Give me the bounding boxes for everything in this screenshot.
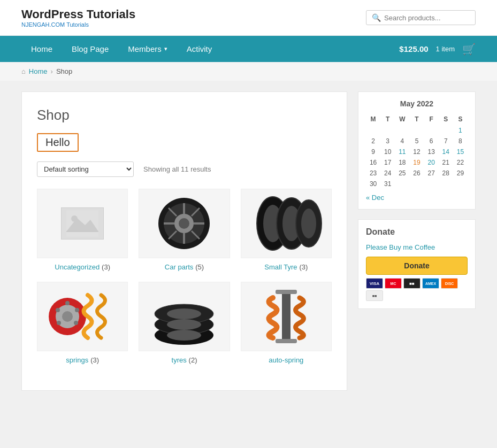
breadcrumb-home-link[interactable]: Home <box>29 67 48 75</box>
product-image-carparts <box>139 189 230 258</box>
site-branding: WordPress Tutorials NJENGAH.COM Tutorial… <box>21 7 135 28</box>
cal-header-s1: S <box>439 113 453 125</box>
svg-rect-36 <box>282 290 290 343</box>
product-link-smalltyre[interactable]: Small Tyre <box>264 263 297 271</box>
product-link-autospring[interactable]: auto-spring <box>269 356 303 364</box>
product-image-springs <box>37 282 128 351</box>
main-content: Shop Hello Default sorting Sort by popul… <box>21 91 347 391</box>
product-card-uncategorized[interactable]: Uncategorized (3) <box>37 189 128 271</box>
svg-point-27 <box>74 321 78 325</box>
product-image-smalltyre <box>241 189 332 258</box>
product-card-carparts[interactable]: Car parts (5) <box>139 189 230 271</box>
amex-icon: AMEX <box>422 278 439 289</box>
svg-rect-37 <box>276 290 297 294</box>
cal-day <box>439 125 453 136</box>
cal-day: 5 <box>409 136 424 146</box>
breadcrumb-separator: › <box>51 67 53 75</box>
search-input[interactable] <box>384 14 470 22</box>
sidebar: May 2022 M T W T F S S <box>358 91 476 391</box>
cal-day <box>395 125 409 136</box>
product-link-tyres[interactable]: tyres <box>172 356 187 364</box>
cal-day: 26 <box>409 168 424 179</box>
cal-day-15[interactable]: 15 <box>453 146 468 157</box>
nav-item-blog[interactable]: Blog Page <box>62 36 118 62</box>
svg-point-35 <box>167 330 201 341</box>
nav-item-activity[interactable]: Activity <box>177 36 222 62</box>
cart-area: $125.00 1 item 🛒 <box>399 43 476 56</box>
product-card-smalltyre[interactable]: Small Tyre (3) <box>241 189 332 271</box>
cal-day-19: 19 <box>409 157 424 168</box>
hello-box: Hello <box>37 133 79 152</box>
product-image-uncategorized <box>37 189 128 258</box>
cal-day: 25 <box>395 168 409 179</box>
cal-day-20[interactable]: 20 <box>424 157 439 168</box>
donate-button[interactable]: Donate <box>366 257 468 275</box>
cal-day: 13 <box>424 146 439 157</box>
cal-day: 8 <box>453 136 468 146</box>
cal-day-1[interactable]: 1 <box>453 125 468 136</box>
product-count-uncategorized: (3) <box>102 263 110 271</box>
cal-day-11[interactable]: 11 <box>395 146 409 157</box>
calendar-prev-link[interactable]: « Dec <box>366 194 384 202</box>
donate-subtitle: Please Buy me Coffee <box>366 243 468 251</box>
cal-day: 4 <box>395 136 409 146</box>
product-label-tyres: tyres (2) <box>139 356 230 364</box>
cart-icon[interactable]: 🛒 <box>462 43 476 56</box>
cal-row-2: 2 3 4 5 6 7 8 <box>366 136 468 146</box>
nav-items: Home Blog Page Members ▾ Activity <box>21 36 221 62</box>
product-grid: Uncategorized (3) <box>37 189 332 364</box>
cal-day: 28 <box>439 168 453 179</box>
calendar-widget: May 2022 M T W T F S S <box>358 91 476 210</box>
cart-count: 1 item <box>436 45 455 53</box>
nav-item-home[interactable]: Home <box>21 36 62 62</box>
cal-day <box>409 179 424 189</box>
cal-day: 21 <box>439 157 453 168</box>
product-label-uncategorized: Uncategorized (3) <box>37 262 128 271</box>
cal-row-1: 1 <box>366 125 468 136</box>
product-label-carparts: Car parts (5) <box>139 262 230 271</box>
product-label-autospring: auto-spring <box>241 356 332 364</box>
cal-day <box>453 179 468 189</box>
cal-day-14[interactable]: 14 <box>439 146 453 157</box>
svg-point-33 <box>167 308 201 319</box>
product-count-springs: (3) <box>90 356 99 364</box>
cal-day <box>366 125 380 136</box>
svg-point-21 <box>301 208 316 238</box>
svg-point-29 <box>56 308 60 312</box>
cal-day: 16 <box>366 157 380 168</box>
sorting-row: Default sorting Sort by popularity Sort … <box>37 161 332 177</box>
calendar-title: May 2022 <box>366 99 468 108</box>
product-link-carparts[interactable]: Car parts <box>165 263 193 271</box>
site-title: WordPress Tutorials <box>21 7 135 21</box>
cal-day <box>409 125 424 136</box>
product-link-springs[interactable]: springs <box>66 356 88 364</box>
cal-day: 9 <box>366 146 380 157</box>
header-search-box[interactable]: 🔍 <box>366 10 476 25</box>
cal-header-s2: S <box>453 113 468 125</box>
nav-item-members[interactable]: Members ▾ <box>118 36 177 62</box>
product-card-tyres[interactable]: tyres (2) <box>139 282 230 364</box>
cal-day: 22 <box>453 157 468 168</box>
product-image-tyres <box>139 282 230 351</box>
product-card-autospring[interactable]: auto-spring <box>241 282 332 364</box>
svg-point-26 <box>75 308 79 312</box>
shop-title: Shop <box>37 107 332 123</box>
cal-day: 12 <box>409 146 424 157</box>
svg-point-24 <box>62 311 73 322</box>
cal-day: 23 <box>366 168 380 179</box>
cal-day: 27 <box>424 168 439 179</box>
product-label-springs: springs (3) <box>37 356 128 364</box>
product-link-uncategorized[interactable]: Uncategorized <box>55 263 100 271</box>
cal-day: 29 <box>453 168 468 179</box>
svg-point-25 <box>65 301 70 305</box>
cal-header-t2: T <box>409 113 424 125</box>
site-nav: Home Blog Page Members ▾ Activity $125.0… <box>0 36 497 62</box>
product-card-springs[interactable]: springs (3) <box>37 282 128 364</box>
cal-header-m: M <box>366 113 380 125</box>
svg-point-7 <box>179 218 189 229</box>
sort-select[interactable]: Default sorting Sort by popularity Sort … <box>37 161 134 177</box>
cal-row-3: 9 10 11 12 13 14 15 <box>366 146 468 157</box>
cal-day: 30 <box>366 179 380 189</box>
product-count-carparts: (5) <box>195 263 204 271</box>
svg-point-28 <box>57 321 61 325</box>
